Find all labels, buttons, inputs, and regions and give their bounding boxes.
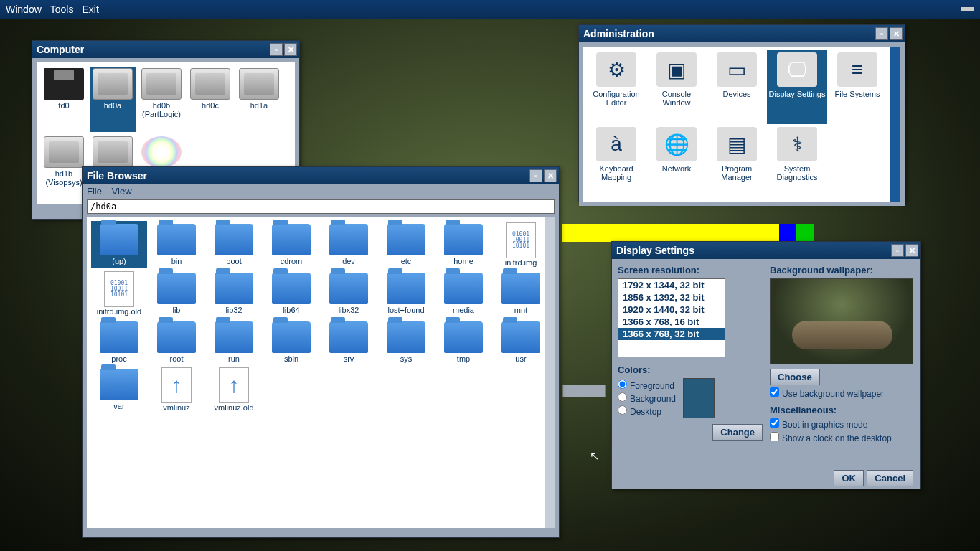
close-button[interactable]: ✕ [284,43,297,56]
checkbox-show-clock[interactable]: Show a clock on the desktop [770,432,915,443]
fb-menu-view[interactable]: View [112,186,132,197]
checkbox-use-wallpaper[interactable]: Use background wallpaper [770,387,915,399]
file-item[interactable]: boot [206,221,262,268]
file-item[interactable]: ↑vmlinuz [149,366,204,413]
fb-menu-file[interactable]: File [87,186,102,197]
close-button[interactable]: ✕ [890,27,903,40]
path-input[interactable]: /hd0a [87,199,555,214]
file-item[interactable]: 01001 10011 10101initrd.img [493,221,549,268]
radio-background[interactable]: Background [618,392,676,404]
file-item[interactable]: srv [321,319,377,364]
scrollbar[interactable] [545,217,555,528]
folder-icon [100,224,138,255]
file-item[interactable]: bin [149,221,204,268]
admin-icon: ▭ [717,52,757,87]
admin-item[interactable]: 🖵Display Settings [767,50,827,124]
menu-tools[interactable]: Tools [50,4,74,15]
admin-titlebar[interactable]: Administration ▫ ✕ [579,25,905,42]
file-item[interactable]: libx32 [321,270,377,317]
folder-icon [329,273,368,304]
drive-item[interactable]: hd1a [236,67,282,132]
link-icon: ↑ [219,367,249,403]
file-item[interactable]: root [149,319,204,364]
computer-titlebar[interactable]: Computer ▫ ✕ [32,41,299,58]
admin-item[interactable]: ▤Program Manager [707,124,767,199]
resolution-option[interactable]: 1366 x 768, 32 bit [618,328,725,340]
admin-item[interactable]: àKeyboard Mapping [586,124,646,199]
cancel-button[interactable]: Cancel [867,470,913,486]
drive-item[interactable]: hd1b (Visopsys) [41,135,87,200]
menu-exit[interactable]: Exit [82,4,98,15]
file-item[interactable]: media [435,270,491,317]
file-item[interactable]: usr [493,319,549,364]
wallpaper-label: Background wallpaper: [770,265,915,276]
minimize-button[interactable]: ▫ [529,169,542,182]
radio-desktop[interactable]: Desktop [618,405,676,417]
choose-button[interactable]: Choose [770,369,820,385]
file-label: cdrom [265,257,318,265]
minimize-button[interactable]: ▫ [891,244,904,257]
file-item[interactable]: lib [149,270,204,317]
cd-icon [141,136,182,168]
drive-label: hd0c [187,101,233,110]
file-item[interactable]: dev [321,221,377,268]
radio-foreground[interactable]: Foreground [618,380,676,391]
file-item[interactable]: etc [378,221,434,268]
file-item[interactable]: ↑vmlinuz.old [206,366,262,413]
ds-title: Display Settings [616,245,694,256]
admin-item[interactable]: ⚙Configuration Editor [586,50,646,124]
file-item[interactable]: (up) [91,221,147,268]
file-label: var [93,402,146,410]
file-item[interactable]: home [435,221,491,268]
admin-item[interactable]: ▭Devices [707,50,767,124]
file-label: initrd.img [494,258,547,267]
fb-titlebar[interactable]: File Browser ▫ ✕ [83,167,559,184]
drive-item[interactable]: hd0a [90,67,136,132]
resolution-option[interactable]: 1366 x 768, 16 bit [618,316,725,328]
admin-item[interactable]: ≡File Systems [827,50,887,124]
resolution-option[interactable]: 1792 x 1344, 32 bit [618,279,725,291]
file-label: (up) [93,257,146,265]
file-item[interactable]: lib64 [263,270,319,317]
file-item[interactable]: run [206,319,262,364]
resolution-option[interactable]: 1920 x 1440, 32 bit [618,303,725,316]
resolution-option[interactable]: 1856 x 1392, 32 bit [618,291,725,303]
admin-item[interactable]: ⚕System Diagnostics [767,124,827,199]
drive-item[interactable]: hd0c [187,67,233,132]
file-item[interactable]: cdrom [263,221,319,268]
file-item[interactable]: sbin [263,319,319,364]
drive-label: hd1a [236,101,282,110]
close-button[interactable]: ✕ [544,169,557,182]
minimize-button[interactable]: ▫ [270,43,283,56]
file-item[interactable]: lib32 [206,270,262,317]
file-item[interactable]: sys [378,319,434,364]
admin-item[interactable]: ▣Console Window [646,50,707,124]
minimize-button[interactable]: ▫ [875,27,888,40]
file-item[interactable]: proc [91,319,147,364]
wallpaper-thumbnail [770,278,913,364]
file-label: run [207,354,260,363]
close-button[interactable]: ✕ [905,244,918,257]
file-item[interactable]: var [91,366,147,413]
file-item[interactable]: tmp [435,319,491,364]
resolution-list[interactable]: 1792 x 1344, 32 bit1856 x 1392, 32 bit19… [618,278,725,357]
ok-button[interactable]: OK [834,470,864,486]
checkbox-boot-graphics[interactable]: Boot in graphics mode [770,418,915,430]
drive-item[interactable]: hd0b (PartLogic) [138,67,184,132]
admin-icon: à [596,127,636,161]
file-item[interactable]: mnt [493,270,549,317]
color-strip [562,224,814,242]
hdd-icon [93,136,133,168]
minimize-icon[interactable] [961,7,974,11]
file-item[interactable]: 01001 10011 10101initrd.img.old [91,270,147,317]
change-button[interactable]: Change [712,424,763,441]
file-item[interactable]: lost+found [378,270,434,317]
admin-item[interactable]: 🌐Network [646,124,707,199]
misc-label: Miscellaneous: [770,405,915,415]
ds-titlebar[interactable]: Display Settings ▫ ✕ [612,242,920,259]
drive-item[interactable]: fd0 [41,67,87,132]
file-label: media [437,306,490,314]
file-label: vmlinuz.old [207,403,260,412]
scrollbar[interactable] [890,47,900,202]
menu-window[interactable]: Window [6,4,42,15]
